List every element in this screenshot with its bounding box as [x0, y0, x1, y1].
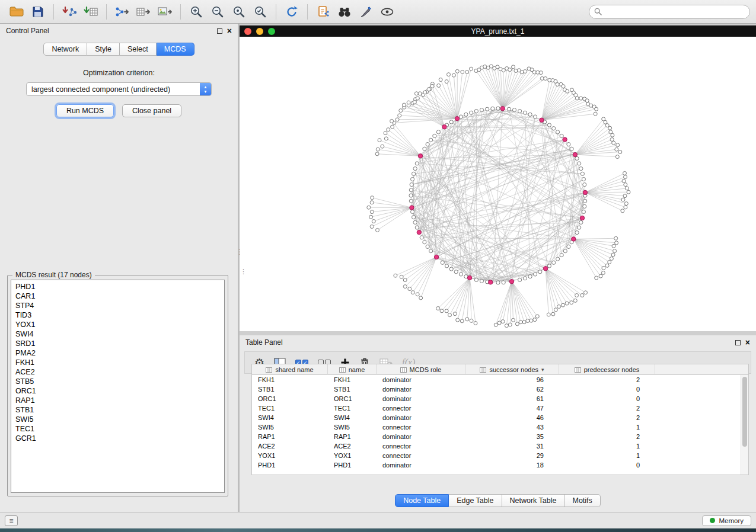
column-header-name[interactable]: name [328, 364, 377, 375]
tab-style[interactable]: Style [87, 43, 120, 56]
control-panel: Control Panel × Network Style Select MCD… [0, 24, 238, 512]
table-row[interactable]: ACE2ACE2connector311 [252, 441, 748, 451]
tab-node-table[interactable]: Node Table [395, 494, 449, 507]
sort-chevron-icon[interactable]: ▾ [541, 367, 544, 373]
export-network-icon[interactable] [111, 3, 133, 21]
network-graph[interactable] [240, 37, 756, 331]
memory-label: Memory [719, 517, 744, 524]
import-table-icon[interactable] [80, 3, 101, 21]
import-network-icon[interactable] [59, 3, 80, 21]
table-row[interactable]: ORC1ORC1dominator610 [252, 394, 748, 403]
mcds-result-item[interactable]: GCR1 [15, 434, 220, 443]
table-cell: connector [377, 452, 465, 459]
mcds-result-item[interactable]: PHD1 [15, 282, 220, 291]
toolbar-separator [276, 4, 276, 20]
share-document-icon[interactable] [312, 3, 334, 21]
mcds-result-item[interactable]: SWI4 [15, 329, 220, 339]
table-row[interactable]: SWI4SWI4dominator462 [252, 413, 748, 422]
zoom-in-icon[interactable] [186, 3, 207, 21]
main-toolbar [0, 0, 756, 24]
tab-network-table[interactable]: Network Table [502, 494, 565, 507]
canvas-grip-icon[interactable]: ⋮ [240, 268, 247, 275]
table-panel-title: Table Panel [245, 338, 283, 347]
column-header-shared-name[interactable]: shared name [252, 364, 328, 375]
mcds-result-item[interactable]: TID3 [15, 310, 220, 320]
zoom-out-icon[interactable] [207, 3, 228, 21]
mcds-result-item[interactable]: STB5 [15, 377, 220, 386]
mcds-result-item[interactable]: PMA2 [15, 348, 220, 358]
table-row[interactable]: TEC1TEC1connector472 [252, 403, 748, 413]
export-image-icon[interactable] [154, 3, 176, 21]
mcds-result-item[interactable]: ORC1 [15, 386, 220, 396]
eye-icon[interactable] [377, 3, 398, 21]
close-table-panel-icon[interactable]: × [745, 338, 750, 347]
tab-network[interactable]: Network [43, 43, 87, 56]
mcds-result-item[interactable]: SRD1 [15, 339, 220, 348]
table-panel-header: Table Panel × [240, 335, 756, 350]
column-label: MCDS role [410, 366, 442, 373]
column-header-predecessor-nodes[interactable]: predecessor nodes [559, 364, 655, 375]
scrollbar-thumb[interactable] [742, 377, 747, 447]
table-cell: connector [377, 443, 465, 450]
close-panel-button[interactable]: Close panel [122, 104, 181, 117]
table-row[interactable]: STB1STB1dominator620 [252, 384, 748, 394]
memory-button[interactable]: Memory [702, 515, 751, 526]
table-row[interactable]: PHD1PHD1dominator180 [252, 460, 748, 470]
mcds-result-item[interactable]: RAP1 [15, 396, 220, 405]
mcds-result-item[interactable]: YOX1 [15, 320, 220, 329]
table-cell: YOX1 [252, 452, 328, 459]
open-file-icon[interactable] [6, 3, 27, 21]
mcds-result-item[interactable]: FKH1 [15, 358, 220, 367]
search-icon [594, 8, 602, 15]
run-mcds-button[interactable]: Run MCDS [56, 104, 114, 117]
table-row[interactable]: YOX1YOX1connector291 [252, 451, 748, 460]
export-table-glyph [136, 6, 151, 18]
task-history-icon[interactable]: ≡ [5, 515, 18, 526]
close-panel-icon[interactable]: × [227, 27, 232, 35]
column-label: successor nodes [489, 366, 538, 373]
binoculars-icon[interactable] [334, 3, 355, 21]
table-cell: SWI5 [252, 424, 328, 431]
tab-mcds[interactable]: MCDS [157, 43, 194, 56]
refresh-icon[interactable] [281, 3, 302, 21]
style-brush-icon[interactable] [355, 3, 377, 21]
mcds-result-item[interactable]: ACE2 [15, 367, 220, 377]
table-row[interactable]: RAP1RAP1dominator352 [252, 432, 748, 441]
tab-edge-table[interactable]: Edge Table [449, 494, 502, 507]
control-panel-title: Control Panel [6, 27, 49, 35]
table-scrollbar[interactable] [741, 375, 748, 475]
table-cell: 43 [465, 424, 559, 431]
tab-select[interactable]: Select [120, 43, 157, 56]
tab-motifs[interactable]: Motifs [564, 494, 600, 507]
mcds-result-item[interactable]: STB1 [15, 405, 220, 415]
column-header-successor-nodes[interactable]: successor nodes ▾ [465, 364, 559, 375]
table-cell: dominator [377, 376, 465, 383]
table-row[interactable]: SWI5SWI5connector431 [252, 422, 748, 432]
export-table-icon[interactable] [133, 3, 154, 21]
search-input[interactable] [605, 8, 745, 16]
mcds-result-item[interactable]: STP4 [15, 301, 220, 310]
column-header-mcds-role[interactable]: MCDS role [377, 364, 465, 375]
table-row[interactable]: FKH1FKH1dominator962 [252, 375, 748, 384]
network-canvas[interactable]: ⋮ [240, 37, 756, 331]
table-cell: RAP1 [328, 433, 377, 440]
table-cell: SWI5 [328, 424, 377, 431]
zoom-out-glyph [211, 5, 224, 18]
mcds-result-item[interactable]: TEC1 [15, 424, 220, 434]
binoculars-glyph [337, 6, 352, 18]
zoom-fit-icon[interactable] [228, 3, 250, 21]
save-session-icon[interactable] [27, 3, 49, 21]
optimization-criterion-label: Optimization criterion: [0, 69, 238, 77]
optimization-criterion-select[interactable]: largest connected component (undirected)… [26, 82, 212, 96]
table-cell: 0 [559, 386, 655, 393]
table-cell: 1 [559, 452, 655, 459]
toolbar-separator [180, 4, 181, 20]
mcds-result-list[interactable]: PHD1CAR1STP4TID3YOX1SWI4SRD1PMA2FKH1ACE2… [11, 280, 225, 493]
mcds-result-item[interactable]: CAR1 [15, 291, 220, 301]
table-cell: 2 [559, 376, 655, 383]
mcds-result-item[interactable]: SWI5 [15, 415, 220, 424]
zoom-selected-icon[interactable] [250, 3, 271, 21]
search-box[interactable] [589, 5, 750, 19]
float-table-panel-icon[interactable] [735, 340, 741, 345]
float-panel-icon[interactable] [217, 28, 222, 34]
